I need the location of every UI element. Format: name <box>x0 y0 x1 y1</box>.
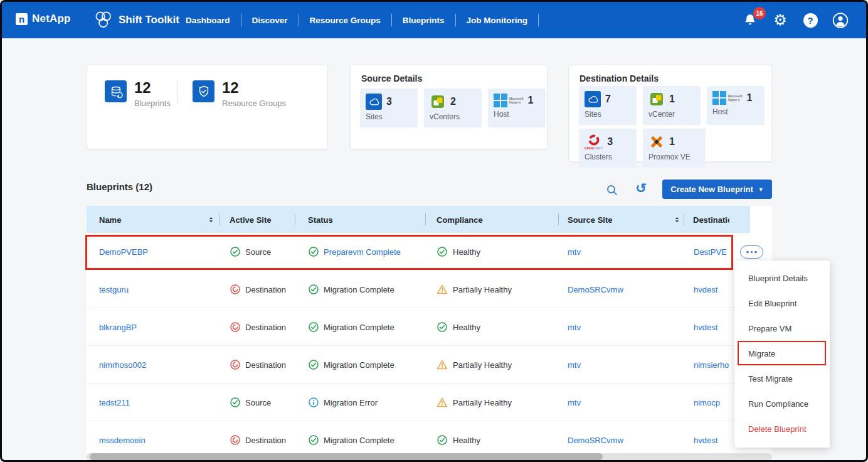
account-button[interactable] <box>832 12 849 28</box>
resource-groups-stat: 12 Resource Groups <box>193 80 286 108</box>
status-value: Migration Error <box>324 397 378 407</box>
destination-link[interactable]: DestPVE <box>694 247 727 256</box>
compliance-icon <box>437 246 448 257</box>
source-site-link[interactable]: DemoSRCvmw <box>568 435 623 444</box>
dest-vcenter-count: 1 <box>669 94 675 105</box>
shift-toolkit-icon <box>93 10 113 30</box>
search-button[interactable] <box>605 183 620 198</box>
openshift-icon: OPENSHIFT <box>585 134 603 150</box>
active-site-value: Destination <box>245 360 286 369</box>
nav-item-discover[interactable]: Discover <box>241 16 299 25</box>
source-site-link[interactable]: mtv <box>568 360 581 369</box>
destination-link[interactable]: hvdest <box>694 284 717 294</box>
dest-vcenter-label: vCenter <box>648 110 696 119</box>
notification-badge: 16 <box>753 7 766 19</box>
active-site-status-icon <box>230 397 241 408</box>
horizontal-scrollbar-track[interactable] <box>87 453 772 460</box>
horizontal-scrollbar-thumb[interactable] <box>90 453 603 460</box>
top-navigation-bar: n NetApp Shift Toolkit Dashboard Discove… <box>2 2 866 38</box>
cloud-icon <box>366 94 382 110</box>
vsphere-icon <box>430 94 446 110</box>
create-new-blueprint-button[interactable]: Create New Blueprint ▼ <box>662 180 772 199</box>
sort-icon[interactable] <box>207 215 215 224</box>
app-title-block: Shift Toolkit <box>93 10 179 30</box>
refresh-button[interactable]: ↺ <box>633 181 648 196</box>
table-row-tedst211[interactable]: tedst211 Source Migration Error Partiall… <box>87 384 772 421</box>
dest-proxmox-count: 1 <box>669 136 675 148</box>
table-row-testguru[interactable]: testguru Destination Migration Complete … <box>87 271 772 308</box>
blueprint-name-link[interactable]: blkrangBP <box>99 322 137 331</box>
proxmox-icon <box>648 134 665 150</box>
column-header-active-site[interactable]: Active Site <box>230 215 271 224</box>
nav-separator <box>538 14 539 26</box>
nav-item-blueprints[interactable]: Blueprints <box>392 16 455 25</box>
blueprints-heading: Blueprints (12) <box>87 181 152 192</box>
table-row-blkrangbp[interactable]: blkrangBP Destination Migration Complete… <box>87 308 772 346</box>
source-details-card: Source Details 3 Sites 2 <box>350 65 548 149</box>
nav-item-job-monitoring[interactable]: Job Monitoring <box>456 16 538 25</box>
menu-item-blueprint-details[interactable]: Blueprint Details <box>734 266 830 291</box>
compliance-value: Healthy <box>453 247 480 256</box>
menu-item-edit-blueprint[interactable]: Edit Blueprint <box>734 291 830 316</box>
blueprint-name-link[interactable]: testguru <box>99 284 129 294</box>
column-header-destination[interactable]: Destination <box>693 215 729 224</box>
gear-icon: ⚙ <box>773 13 787 28</box>
menu-item-delete-blueprint[interactable]: Delete Blueprint <box>734 416 830 441</box>
column-header-status[interactable]: Status <box>308 215 333 224</box>
notifications-button[interactable]: 16 <box>742 12 758 28</box>
header-divider <box>684 213 684 225</box>
header-divider <box>558 213 559 225</box>
status-value: Migration Complete <box>324 435 394 444</box>
destination-link[interactable]: nimsierho <box>694 360 729 369</box>
compliance-icon <box>437 284 448 295</box>
destination-link[interactable]: nimocp <box>694 397 720 407</box>
compliance-value: Partially Healthy <box>453 284 512 294</box>
status-value[interactable]: Preparevm Complete <box>324 247 401 256</box>
dest-host-label: Host <box>712 107 760 116</box>
sort-icon[interactable] <box>673 215 681 224</box>
column-header-source-site[interactable]: Source Site <box>568 215 613 224</box>
status-icon <box>308 359 319 370</box>
blueprint-name-link[interactable]: tedst211 <box>99 397 130 407</box>
source-site-link[interactable]: mtv <box>568 322 581 331</box>
source-site-link[interactable]: mtv <box>568 397 581 407</box>
blueprint-name-link[interactable]: mssdemoein <box>99 435 146 444</box>
source-details-title: Source Details <box>361 73 422 83</box>
column-header-name[interactable]: Name <box>99 215 121 224</box>
blueprint-name-link[interactable]: DemoPVEBP <box>99 247 148 256</box>
active-site-value: Destination <box>245 435 286 444</box>
nav-item-resource-groups[interactable]: Resource Groups <box>299 16 391 25</box>
compliance-icon <box>437 397 448 408</box>
active-site-status-icon <box>230 284 241 295</box>
compliance-value: Partially Healthy <box>453 397 512 407</box>
source-site-link[interactable]: mtv <box>568 247 581 256</box>
nav-item-dashboard[interactable]: Dashboard <box>175 16 241 25</box>
source-site-link[interactable]: DemoSRCvmw <box>568 284 623 294</box>
dest-sites-tile: 7 Sites <box>579 86 637 125</box>
blueprint-name-link[interactable]: nimrhoso002 <box>99 360 146 369</box>
menu-item-prepare-vm[interactable]: Prepare VM <box>734 316 830 341</box>
header-divider <box>295 213 295 225</box>
menu-item-migrate[interactable]: Migrate <box>734 341 830 366</box>
app-title: Shift Toolkit <box>119 14 179 26</box>
active-site-status-icon <box>230 246 241 257</box>
status-icon <box>308 321 319 333</box>
netapp-logo-icon: n <box>16 13 28 25</box>
menu-item-run-compliance[interactable]: Run Compliance <box>734 391 830 416</box>
table-row-demopvebp[interactable]: DemoPVEBP Source Preparevm Complete Heal… <box>87 233 772 271</box>
row-actions-menu: Blueprint Details Edit Blueprint Prepare… <box>734 261 830 448</box>
table-row-nimrhoso002[interactable]: nimrhoso002 Destination Migration Comple… <box>87 346 772 384</box>
row-actions-button[interactable] <box>740 245 763 259</box>
status-icon <box>308 434 319 446</box>
active-site-status-icon <box>230 321 241 333</box>
menu-item-test-migrate[interactable]: Test Migrate <box>734 366 830 391</box>
help-button[interactable]: ? <box>802 12 818 28</box>
column-header-compliance[interactable]: Compliance <box>437 215 483 224</box>
compliance-icon <box>437 434 448 446</box>
status-icon <box>308 397 319 408</box>
dest-sites-label: Sites <box>585 110 632 119</box>
header-divider <box>425 213 426 225</box>
destination-link[interactable]: hvdest <box>694 322 717 331</box>
settings-button[interactable]: ⚙ <box>772 12 788 28</box>
destination-link[interactable]: hvdest <box>694 435 717 444</box>
